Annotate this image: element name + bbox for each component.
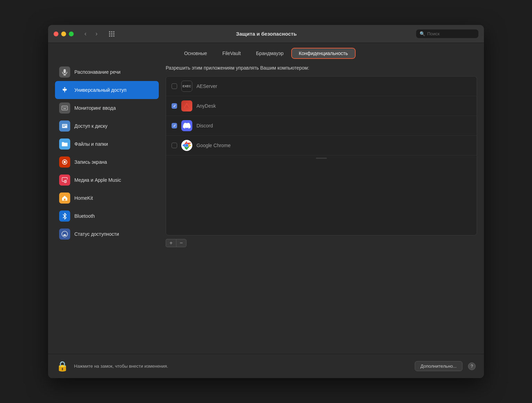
app-row-aeserver: EXEC AEServer [166, 77, 477, 96]
app-name-aeserver: AEServer [196, 83, 217, 89]
svg-rect-19 [63, 125, 67, 126]
svg-rect-7 [111, 35, 112, 37]
svg-rect-4 [111, 33, 112, 35]
search-icon: 🔍 [420, 31, 425, 36]
svg-line-25 [65, 180, 66, 180]
app-name-chrome: Google Chrome [196, 143, 231, 148]
input-icon [59, 102, 70, 114]
sidebar-label-homekit: HomeKit [74, 195, 93, 201]
search-bar[interactable]: 🔍 [416, 29, 478, 38]
sidebar-item-accessibility[interactable]: Универсальный доступ [55, 81, 159, 99]
sidebar-item-music[interactable]: Медиа и Apple Music [55, 171, 159, 189]
forward-button[interactable]: › [92, 29, 101, 39]
sidebar-item-status[interactable]: Статус доступности [55, 225, 159, 243]
svg-point-32 [185, 144, 188, 147]
sidebar-label-status: Статус доступности [74, 231, 119, 237]
sidebar-label-screen: Запись экрана [74, 159, 107, 165]
svg-rect-8 [113, 35, 114, 37]
homekit-icon [59, 192, 70, 204]
app-icon-aeserver: EXEC [181, 81, 192, 92]
sidebar-item-input[interactable]: Мониторинг ввода [55, 99, 159, 117]
sidebar-label-bluetooth: Bluetooth [74, 213, 95, 219]
lock-text: Нажмите на замок, чтобы внести изменения… [74, 364, 409, 369]
status-icon [59, 229, 70, 240]
sidebar-label-input: Мониторинг ввода [74, 105, 116, 111]
tab-basic[interactable]: Основные [177, 48, 214, 58]
add-remove-buttons: + − [166, 239, 477, 247]
sidebar-label-disk: Доступ к диску [74, 123, 108, 129]
accessibility-icon [59, 84, 70, 96]
svg-rect-16 [65, 107, 66, 108]
app-row-anydesk: AnyDesk [166, 96, 477, 116]
svg-rect-9 [64, 69, 66, 73]
main-window: ‹ › Защита и безопасность 🔍 Основные F [48, 25, 484, 378]
maximize-button[interactable] [69, 32, 74, 36]
checkbox-discord[interactable] [172, 123, 177, 128]
checkbox-chrome[interactable] [172, 143, 177, 148]
add-button[interactable]: + [166, 239, 176, 247]
minimize-button[interactable] [61, 32, 66, 36]
main-content: Распознавание речи Универсальный доступ [48, 62, 484, 354]
apps-list: EXEC AEServer AnyDesk [166, 76, 477, 235]
back-button[interactable]: ‹ [81, 29, 90, 39]
checkbox-anydesk[interactable] [172, 103, 177, 109]
speech-icon [59, 66, 70, 78]
sidebar-label-accessibility: Универсальный доступ [74, 87, 127, 93]
svg-rect-15 [64, 107, 65, 108]
app-name-anydesk: AnyDesk [196, 103, 216, 109]
svg-rect-14 [63, 107, 63, 108]
traffic-lights [54, 32, 74, 36]
tab-privacy[interactable]: Конфиденциальность [292, 48, 355, 58]
disk-icon [59, 120, 70, 132]
bluetooth-icon [59, 211, 70, 222]
lock-icon[interactable]: 🔒 [56, 360, 68, 372]
svg-point-24 [65, 181, 66, 182]
sidebar-item-homekit[interactable]: HomeKit [55, 189, 159, 207]
close-button[interactable] [54, 32, 58, 36]
svg-rect-26 [64, 199, 66, 200]
svg-rect-3 [109, 33, 110, 35]
checkbox-aeserver[interactable] [172, 83, 177, 89]
screen-icon [59, 156, 70, 168]
nav-arrows: ‹ › [81, 29, 101, 39]
sidebar: Распознавание речи Универсальный доступ [55, 62, 159, 354]
app-icon-chrome [181, 140, 192, 151]
svg-rect-17 [66, 107, 67, 108]
app-row-discord: Discord [166, 116, 477, 136]
tab-firewall[interactable]: Брандмауэр [249, 48, 291, 58]
remove-button[interactable]: − [176, 239, 186, 247]
sidebar-item-speech[interactable]: Распознавание речи [55, 63, 159, 81]
svg-point-22 [64, 161, 66, 163]
svg-rect-20 [63, 126, 65, 127]
sidebar-label-speech: Распознавание речи [74, 69, 120, 75]
svg-rect-18 [63, 108, 66, 109]
app-name-discord: Discord [196, 123, 213, 128]
bottom-bar: 🔒 Нажмите на замок, чтобы внести изменен… [48, 354, 484, 378]
svg-rect-6 [109, 35, 110, 37]
svg-rect-2 [113, 31, 114, 33]
app-row-more [166, 155, 477, 161]
music-icon [59, 174, 70, 186]
search-input[interactable] [427, 31, 475, 36]
app-row-chrome: Google Chrome [166, 136, 477, 155]
app-icon-discord [181, 120, 192, 131]
sidebar-item-bluetooth[interactable]: Bluetooth [55, 207, 159, 225]
app-icon-anydesk [181, 100, 192, 111]
right-panel: Разрешить этим приложениям управлять Ваш… [166, 62, 477, 354]
svg-rect-1 [111, 31, 112, 33]
help-button[interactable]: ? [468, 362, 476, 370]
sidebar-label-files: Файлы и папки [74, 141, 108, 147]
panel-description: Разрешить этим приложениям управлять Ваш… [166, 65, 477, 71]
grid-icon[interactable] [107, 29, 117, 39]
svg-rect-13 [62, 106, 68, 110]
sidebar-item-files[interactable]: Файлы и папки [55, 135, 159, 153]
advanced-button[interactable]: Дополнительно... [415, 361, 462, 371]
svg-rect-0 [109, 31, 110, 33]
tab-filevault[interactable]: FileVault [215, 48, 248, 58]
sidebar-item-disk[interactable]: Доступ к диску [55, 117, 159, 135]
window-title: Защита и безопасность [117, 31, 416, 37]
title-bar: ‹ › Защита и безопасность 🔍 [48, 25, 484, 43]
sidebar-item-screen[interactable]: Запись экрана [55, 153, 159, 171]
files-icon [59, 138, 70, 150]
svg-point-12 [64, 87, 65, 89]
